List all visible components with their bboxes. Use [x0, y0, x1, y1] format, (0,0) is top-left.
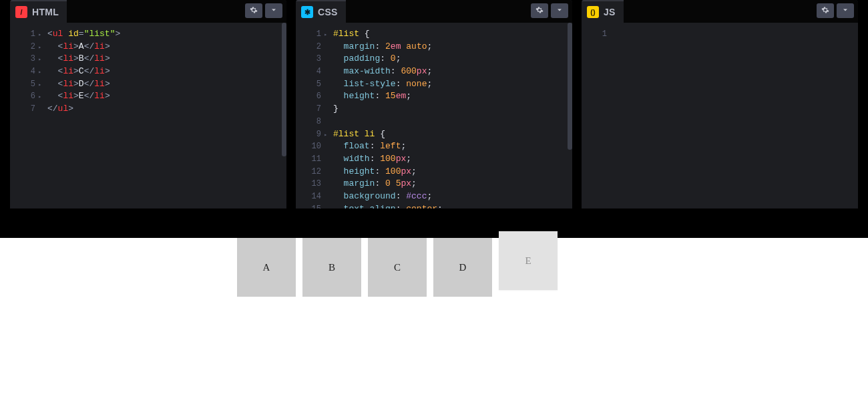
chevron-down-icon	[556, 6, 564, 15]
output-pane: ABCDE	[0, 238, 868, 407]
panel-html: / HTML 1234567 <ul id="list"> <li>A</li>…	[10, 0, 286, 209]
panel-actions-html	[245, 3, 282, 18]
gear-icon	[821, 6, 829, 15]
code-editor-html[interactable]: 1234567 <ul id="list"> <li>A</li> <li>B<…	[10, 23, 286, 209]
list-item[interactable]: C	[368, 238, 427, 297]
list-item[interactable]: E	[499, 231, 558, 290]
list-item[interactable]: A	[237, 238, 296, 297]
expand-button[interactable]	[837, 3, 854, 18]
expand-button[interactable]	[551, 3, 568, 18]
scrollbar-thumb[interactable]	[282, 23, 286, 156]
output-list: ABCDE	[234, 238, 634, 398]
code-css: #list { margin: 2em auto; padding: 0; ma…	[325, 23, 572, 209]
panel-actions-js	[817, 3, 854, 18]
gear-icon	[535, 6, 544, 15]
panel-header-css: ✱ CSS	[296, 0, 572, 23]
code-js	[611, 23, 858, 209]
code-editor-css[interactable]: 123456789101112131415 #list { margin: 2e…	[296, 23, 572, 209]
code-html: <ul id="list"> <li>A</li> <li>B</li> <li…	[39, 23, 286, 209]
gutter-html: 1234567	[10, 23, 39, 209]
panel-title-js: JS	[604, 7, 616, 17]
panel-title-html: HTML	[32, 7, 59, 17]
settings-button[interactable]	[817, 3, 834, 18]
expand-button[interactable]	[265, 3, 282, 18]
gutter-css: 123456789101112131415	[296, 23, 325, 209]
panel-header-js: () JS	[582, 0, 858, 23]
panel-tab-html[interactable]: / HTML	[10, 0, 67, 23]
list-item[interactable]: D	[433, 238, 492, 297]
panel-tab-css[interactable]: ✱ CSS	[296, 0, 346, 23]
list-item[interactable]: B	[302, 238, 361, 297]
gutter-js: 1	[582, 23, 611, 209]
code-editor-js[interactable]: 1	[582, 23, 858, 209]
panel-header-html: / HTML	[10, 0, 286, 23]
panel-js: () JS 1	[582, 0, 858, 209]
js-icon: ()	[587, 6, 599, 18]
gear-icon	[250, 6, 258, 15]
pane-resizer[interactable]	[0, 209, 868, 219]
panel-css: ✱ CSS 123456789101112131415 #list { marg…	[296, 0, 572, 209]
panel-actions-css	[531, 3, 568, 18]
chevron-down-icon	[270, 6, 278, 15]
panel-tab-js[interactable]: () JS	[582, 0, 624, 23]
settings-button[interactable]	[531, 3, 548, 18]
editors-row: / HTML 1234567 <ul id="list"> <li>A</li>…	[0, 0, 868, 209]
settings-button[interactable]	[245, 3, 262, 18]
chevron-down-icon	[841, 6, 849, 15]
scrollbar-thumb[interactable]	[568, 23, 572, 150]
panel-title-css: CSS	[318, 7, 338, 17]
css-icon: ✱	[301, 6, 313, 18]
html-icon: /	[15, 6, 27, 18]
